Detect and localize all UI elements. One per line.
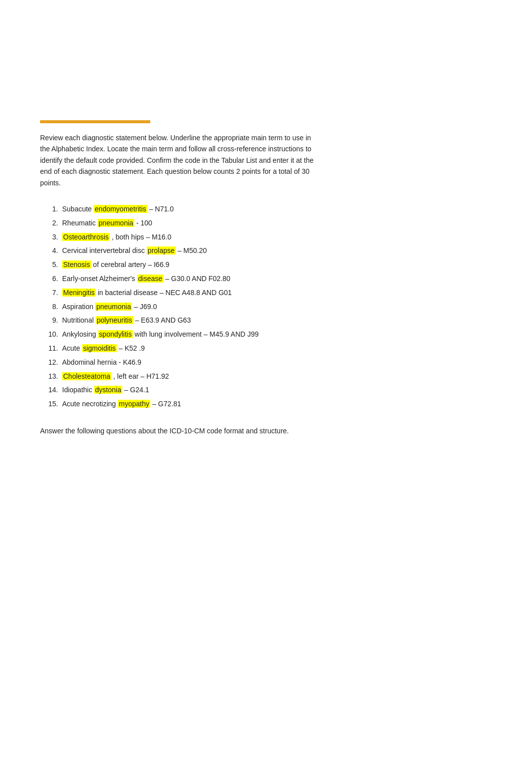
item-content: Idiopathic dystonia – G24.1: [62, 384, 492, 396]
item-number: 11.: [40, 343, 58, 355]
item-text: , both hips – M16.0: [110, 233, 171, 241]
list-item: 6.Early-onset Alzheimer's disease – G30.…: [40, 273, 492, 285]
list-item: 3.Osteoarthrosis , both hips – M16.0: [40, 231, 492, 243]
item-text: of cerebral artery – I66.9: [91, 260, 169, 269]
list-item: 10. Ankylosing spondylitis with lung inv…: [40, 329, 492, 341]
highlighted-term: disease: [137, 275, 163, 283]
item-text: Acute: [62, 344, 82, 352]
item-number: 2.: [40, 217, 58, 229]
item-content: Abdominal hernia - K46.9: [62, 357, 492, 369]
item-content: Early-onset Alzheimer's disease – G30.0 …: [62, 273, 492, 285]
top-bar: [40, 120, 150, 123]
item-content: Meningitis in bacterial disease – NEC A4…: [62, 287, 492, 299]
item-number: 10.: [40, 329, 58, 341]
highlighted-term: dystonia: [94, 386, 122, 394]
highlighted-term: spondylitis: [98, 330, 133, 338]
item-text: Acute necrotizing: [62, 400, 118, 408]
footer-text: Answer the following questions about the…: [40, 425, 321, 437]
list-item: 2.Rheumatic pneumonia - 100: [40, 217, 492, 229]
highlighted-term: sigmoiditis: [82, 344, 117, 352]
list-item: 13. Cholesteatoma , left ear – H71.92: [40, 371, 492, 383]
instructions: Review each diagnostic statement below. …: [40, 132, 321, 188]
highlighted-term: Meningitis: [62, 289, 96, 297]
list-item: 8.Aspiration pneumonia – J69.0: [40, 301, 492, 313]
item-content: Aspiration pneumonia – J69.0: [62, 301, 492, 313]
item-text: Idiopathic: [62, 386, 94, 394]
item-number: 9.: [40, 315, 58, 327]
item-number: 4.: [40, 245, 58, 257]
answer-section: Answer the following questions about the…: [40, 425, 321, 437]
diagnostic-list: 1.Subacute endomyometritis – N71.02.Rheu…: [40, 203, 492, 410]
item-text: – N71.0: [147, 205, 174, 213]
highlighted-term: pneumonia: [95, 303, 132, 311]
item-content: Ankylosing spondylitis with lung involve…: [62, 329, 492, 341]
highlighted-term: endomyometritis: [94, 205, 147, 213]
instructions-text: Review each diagnostic statement below. …: [40, 132, 321, 188]
list-item: 12. Abdominal hernia - K46.9: [40, 357, 492, 369]
highlighted-term: pneumonia: [98, 219, 134, 227]
list-item: 7.Meningitis in bacterial disease – NEC …: [40, 287, 492, 299]
item-content: Rheumatic pneumonia - 100: [62, 217, 492, 229]
item-number: 13.: [40, 371, 58, 383]
highlighted-term: myopathy: [118, 400, 150, 408]
item-content: Acute necrotizing myopathy – G72.81: [62, 398, 492, 410]
item-number: 1.: [40, 203, 58, 215]
item-number: 14.: [40, 384, 58, 396]
highlighted-term: Osteoarthrosis: [62, 233, 110, 241]
list-item: 9.Nutritional polyneuritis – E63.9 AND G…: [40, 315, 492, 327]
item-text: Early-onset Alzheimer's: [62, 275, 137, 283]
item-text: – G24.1: [122, 386, 149, 394]
item-text: – K52 .9: [117, 344, 145, 352]
item-number: 7.: [40, 287, 58, 299]
item-number: 3.: [40, 231, 58, 243]
item-number: 5.: [40, 259, 58, 271]
list-item: 11. Acute sigmoiditis – K52 .9: [40, 343, 492, 355]
item-text: Ankylosing: [62, 330, 98, 338]
list-item: 5.Stenosis of cerebral artery – I66.9: [40, 259, 492, 271]
list-item: 14. Idiopathic dystonia – G24.1: [40, 384, 492, 396]
list-item: 4.Cervical intervertebral disc prolapse …: [40, 245, 492, 257]
item-text: – G72.81: [150, 400, 181, 408]
item-text: Aspiration: [62, 303, 95, 311]
item-number: 15.: [40, 398, 58, 410]
list-item: 1.Subacute endomyometritis – N71.0: [40, 203, 492, 215]
item-text: with lung involvement – M45.9 AND J99: [133, 330, 258, 338]
item-text: Cervical intervertebral disc: [62, 246, 147, 254]
item-content: Acute sigmoiditis – K52 .9: [62, 343, 492, 355]
highlighted-term: Stenosis: [62, 260, 91, 269]
item-content: Nutritional polyneuritis – E63.9 AND G63: [62, 315, 492, 327]
item-text: in bacterial disease – NEC A48.8 AND G01: [96, 289, 232, 297]
item-number: 6.: [40, 273, 58, 285]
item-content: Osteoarthrosis , both hips – M16.0: [62, 231, 492, 243]
item-text: Subacute: [62, 205, 94, 213]
item-text: Rheumatic: [62, 219, 98, 227]
item-text: , left ear – H71.92: [111, 372, 169, 380]
item-text: Nutritional: [62, 316, 96, 324]
item-content: Cholesteatoma , left ear – H71.92: [62, 371, 492, 383]
item-text: - 100: [134, 219, 152, 227]
item-text: – E63.9 AND G63: [133, 316, 191, 324]
item-text: – M50.20: [176, 246, 207, 254]
item-text: hernia: [97, 358, 117, 366]
item-number: 12.: [40, 357, 58, 369]
item-text: – G30.0 AND F02.80: [163, 275, 230, 283]
item-content: Stenosis of cerebral artery – I66.9: [62, 259, 492, 271]
item-text: – J69.0: [132, 303, 157, 311]
highlighted-term: Cholesteatoma: [62, 372, 111, 380]
highlighted-term: prolapse: [147, 246, 176, 254]
item-text: Abdominal: [62, 358, 97, 366]
item-text: - K46.9: [117, 358, 141, 366]
item-content: Subacute endomyometritis – N71.0: [62, 203, 492, 215]
item-number: 8.: [40, 301, 58, 313]
highlighted-term: polyneuritis: [96, 316, 133, 324]
item-content: Cervical intervertebral disc prolapse – …: [62, 245, 492, 257]
list-item: 15. Acute necrotizing myopathy – G72.81: [40, 398, 492, 410]
